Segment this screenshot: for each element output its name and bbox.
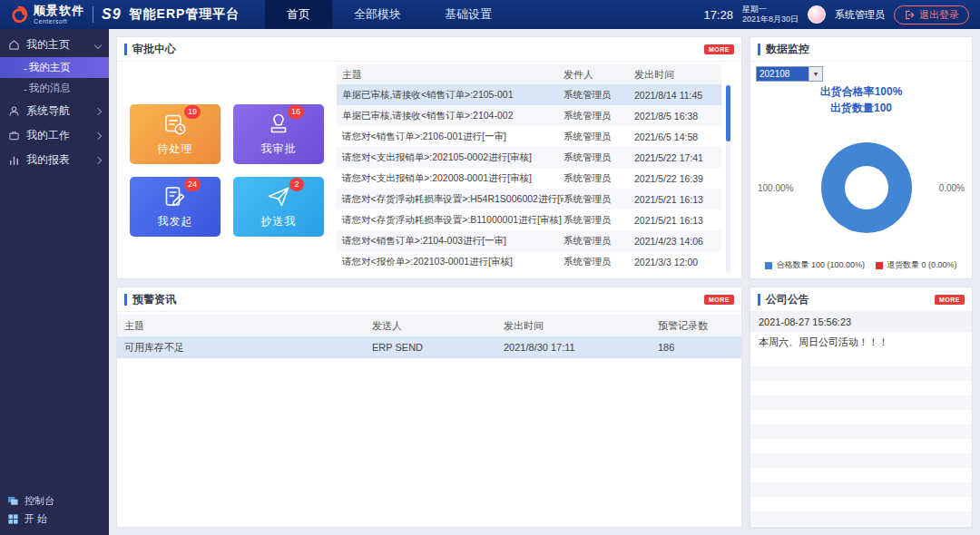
sidebar-item-my-reports[interactable]: 我的报表 [0, 148, 109, 172]
legend-pass: 合格数量 100 (100.00%) [765, 259, 865, 271]
sidebar-group-home-label: 我的主页 [26, 37, 70, 53]
sidebar-item-system-nav[interactable]: 系统导航 [0, 99, 109, 123]
sidebar-item-my-home[interactable]: 我的主页 [0, 57, 109, 78]
clock: 17:28 [703, 8, 733, 22]
date-box: 星期一 2021年8月30日 [742, 5, 799, 25]
alert-row[interactable]: 可用库存不足 ERP SEND 2021/8/30 17:11 186 [117, 336, 741, 358]
console-label: 控制台 [24, 494, 54, 508]
topbar: 顺景软件 Centersoft S9 智能ERP管理平台 首页 全部模块 基础设… [0, 0, 980, 29]
person-icon [8, 105, 20, 117]
approval-more-button[interactable]: MORE [704, 44, 734, 54]
col-subject: 主题 [117, 319, 372, 333]
data-monitor-panel: 数据监控 202108 ▼ 出货合格率100% 出货数量100 100.00% [750, 36, 973, 279]
table-scrollbar[interactable] [726, 83, 730, 273]
weekday: 星期一 [742, 5, 799, 15]
col-sender: 发送人 [372, 319, 504, 333]
legend-pass-swatch [765, 262, 772, 269]
alerts-more-button[interactable]: MORE [704, 295, 734, 305]
legend-pass-label: 合格数量 100 (100.00%) [776, 259, 865, 271]
alert-count: 186 [658, 342, 741, 353]
approval-row[interactable]: 请您对<支出报销单>:202008-0001进行[审核] 系统管理员 2021/… [337, 168, 721, 189]
start-button[interactable]: 开 始 [7, 510, 102, 528]
home-icon [8, 39, 20, 51]
approval-sender: 系统管理员 [564, 214, 634, 227]
tile-initiated-by-me[interactable]: 24 我发起 [130, 177, 220, 237]
tile-my-approvals-label: 我审批 [261, 141, 297, 157]
sidebar-group-home[interactable]: 我的主页 [0, 33, 109, 57]
tile-my-approvals[interactable]: 16 我审批 [233, 104, 324, 164]
logout-button[interactable]: 退出登录 [894, 5, 969, 24]
announcement-text: 本周六、周日公司活动！！！ [759, 336, 888, 349]
announcements-more-button[interactable]: MORE [935, 295, 965, 305]
chevron-right-icon [94, 107, 102, 114]
approval-row[interactable]: 请您对<支出报销单>:202105-0002进行[审核] 系统管理员 2021/… [337, 147, 721, 168]
sidebar-item-my-messages[interactable]: 我的消息 [0, 78, 109, 99]
approval-subject: 请您对<销售订单>:2104-003进行[一审] [337, 235, 564, 248]
approval-subject: 请您对<报价单>:202103-0001进行[审核] [337, 256, 564, 268]
scrollbar-thumb[interactable] [726, 85, 730, 141]
announcement-row[interactable]: 2021-08-27 15:56:23 [750, 312, 972, 332]
alerts-table-header: 主题 发送人 发出时间 预警记录数 [117, 315, 741, 336]
approval-row[interactable]: 请您对<存货浮动耗损率设置>:B11000001进行[审核] 系统管理员 202… [337, 209, 721, 230]
approval-time: 2021/3/3 12:00 [634, 257, 721, 268]
layout: 我的主页 我的主页 我的消息 系统导航 [0, 29, 980, 535]
period-select[interactable]: 202108 ▼ [756, 66, 823, 82]
sidebar-footer: 控制台 开 始 [0, 491, 109, 535]
dropdown-arrow-icon[interactable]: ▼ [808, 67, 822, 81]
date: 2021年8月30日 [742, 15, 799, 24]
approval-row[interactable]: 请您对<销售订单>:2104-003进行[一审] 系统管理员 2021/4/23… [337, 230, 721, 251]
sidebar-item-my-work[interactable]: 我的工作 [0, 123, 109, 148]
cc-count-badge: 2 [289, 178, 304, 191]
left-column: 审批中心 MORE [116, 36, 742, 528]
paper-plane-icon: 2 [266, 184, 291, 209]
period-value: 202108 [757, 67, 808, 81]
announcements-title: 公司公告 [758, 294, 809, 306]
logout-label: 退出登录 [919, 8, 959, 22]
announcements-panel: 公司公告 MORE 2021-08-27 15:56:23 本周六、周日公司活动… [750, 287, 973, 528]
col-alert-count: 预警记录数 [658, 319, 741, 333]
approval-subject: 请您对<存货浮动耗损率设置>:H54R1S006002进行[审核] [337, 193, 564, 206]
erp-app: 顺景软件 Centersoft S9 智能ERP管理平台 首页 全部模块 基础设… [0, 0, 980, 535]
tab-home[interactable]: 首页 [265, 0, 332, 29]
approval-time: 2021/5/22 16:39 [634, 173, 721, 184]
tile-pending[interactable]: 19 待处理 [130, 104, 220, 164]
tile-initiated-by-me-label: 我发起 [158, 214, 193, 229]
announcement-empty-row [750, 453, 972, 468]
start-grid-icon [7, 513, 19, 525]
legend-return-label: 退货数量 0 (0.00%) [887, 259, 957, 271]
brand-divider [93, 6, 93, 23]
announcement-date: 2021-08-27 15:56:23 [759, 316, 851, 327]
right-column: 数据监控 202108 ▼ 出货合格率100% 出货数量100 100.00% [750, 36, 973, 528]
monitor-summary: 出货合格率100% 出货数量100 [756, 83, 966, 116]
brand-name: 顺景软件 [34, 5, 84, 16]
approval-time: 2021/6/5 14:58 [634, 131, 721, 142]
announcements-header: 公司公告 MORE [750, 287, 972, 312]
legend-return: 退货数量 0 (0.00%) [876, 259, 957, 271]
donut-left-label: 100.00% [758, 183, 793, 193]
console-button[interactable]: 控制台 [7, 491, 102, 510]
approval-row[interactable]: 单据已审核,请接收<销售订单>:2105-001 系统管理员 2021/8/14… [337, 84, 721, 105]
col-send-time: 发出时间 [504, 319, 658, 333]
tab-all-modules[interactable]: 全部模块 [332, 0, 423, 29]
announcement-row[interactable]: 本周六、周日公司活动！！！ [750, 332, 972, 352]
alert-time: 2021/8/30 17:11 [504, 342, 658, 353]
alert-sender: ERP SEND [372, 342, 504, 353]
approval-time: 2021/8/5 16:38 [634, 111, 721, 122]
approval-row[interactable]: 请您对<存货浮动耗损率设置>:H54R1S006002进行[审核] 系统管理员 … [337, 189, 721, 209]
approval-row[interactable]: 请您对<销售订单>:2106-001进行[一审] 系统管理员 2021/6/5 … [337, 126, 721, 147]
announcement-empty-row [750, 424, 972, 439]
briefcase-icon [8, 130, 20, 141]
approval-row[interactable]: 单据已审核,请接收<销售订单>:2104-002 系统管理员 2021/8/5 … [337, 105, 721, 126]
tile-cc-to-me-label: 抄送我 [261, 214, 297, 229]
approval-table: 主题 发件人 发出时间 单据已审核,请接收<销售订单>:2105-001 系统管… [337, 62, 732, 278]
col-send-time: 发出时间 [634, 68, 721, 82]
tab-basic-settings[interactable]: 基础设置 [423, 0, 514, 29]
approval-center-panel: 审批中心 MORE [116, 36, 742, 279]
approval-row[interactable]: 请您对<报价单>:202103-0001进行[审核] 系统管理员 2021/3/… [337, 251, 721, 272]
approval-center-title: 审批中心 [124, 44, 176, 55]
chevron-right-icon [94, 131, 102, 139]
tile-cc-to-me[interactable]: 2 抄送我 [233, 177, 324, 237]
approval-subject: 请您对<存货浮动耗损率设置>:B11000001进行[审核] [337, 214, 564, 227]
user-avatar[interactable] [808, 5, 826, 24]
approval-subject: 请您对<支出报销单>:202105-0002进行[审核] [337, 151, 564, 164]
